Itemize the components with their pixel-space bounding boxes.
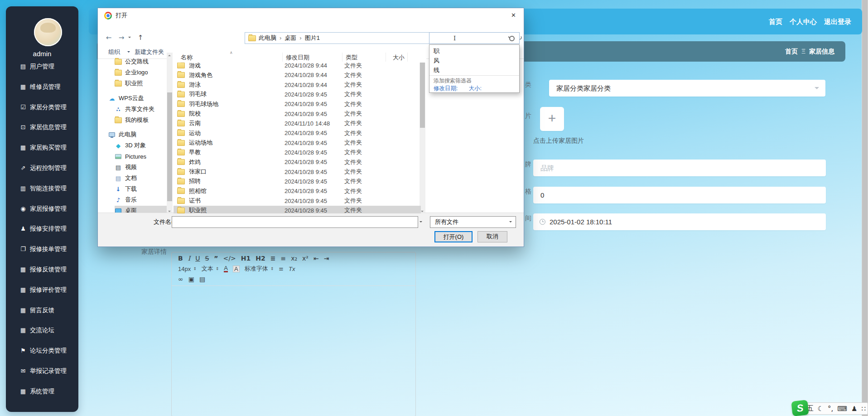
file-row-云南[interactable]: 云南2024/11/10 14:48文件夹 <box>174 119 421 128</box>
sidebar-item-11[interactable]: ▦报修反馈管理 <box>6 263 78 276</box>
sidebar-item-6[interactable]: ⇗远程控制管理 <box>6 161 78 175</box>
outdent-button[interactable]: ⇤ <box>313 255 319 262</box>
tree-item-3D 对象[interactable]: ◆3D 对象 <box>115 140 146 150</box>
detail-editor[interactable]: BIUS”</>H1H2≣≡x₂x²⇤⇥ 14px⇕ 文本⇕ A A 标准字体⇕… <box>171 252 416 416</box>
search-suggestion-2[interactable]: 风 <box>429 56 519 65</box>
filename-input[interactable] <box>172 216 418 228</box>
toolbox-icon[interactable]: ∷ <box>861 405 866 413</box>
indent-button[interactable]: ⇥ <box>324 255 329 262</box>
tree-scrollbar[interactable] <box>167 53 173 214</box>
tree-item-视频[interactable]: ▤视频 <box>115 162 137 172</box>
sidebar-item-10[interactable]: ❐报修接单管理 <box>6 242 78 256</box>
file-row-职业照[interactable]: 职业照2024/10/28 9:45文件夹 <box>174 206 421 213</box>
link-icon[interactable]: ∞ <box>178 276 183 283</box>
sidebar-item-12[interactable]: ▦报修评价管理 <box>6 283 78 297</box>
filename-dropdown-icon[interactable] <box>420 221 422 224</box>
cancel-button[interactable]: 取消 <box>477 231 507 242</box>
topnav-link-3[interactable]: 退出登录 <box>824 18 851 25</box>
sidebar-item-13[interactable]: ▦留言反馈 <box>6 304 78 317</box>
sidebar-item-16[interactable]: ✉举报记录管理 <box>6 364 78 378</box>
text-color-button[interactable]: A <box>224 265 228 272</box>
file-row-招聘[interactable]: 招聘2024/10/28 9:45文件夹 <box>174 177 421 186</box>
time-picker[interactable]: 2025-01-02 18:10:11 <box>533 213 826 230</box>
column-size[interactable]: 大小 <box>393 53 405 62</box>
column-date-modified[interactable]: 修改日期 <box>286 53 309 62</box>
sidebar-item-4[interactable]: ⊡家居信息管理 <box>6 121 78 134</box>
tree-item-音乐[interactable]: ♪音乐 <box>115 195 137 205</box>
tree-item-我的模板[interactable]: 我的模板 <box>115 115 149 125</box>
upload-image-button[interactable]: + <box>540 107 564 131</box>
sidebar-item-3[interactable]: ☑家居分类管理 <box>6 101 78 114</box>
blockquote-button[interactable]: ” <box>214 255 218 262</box>
video-icon[interactable]: ▤ <box>199 276 205 283</box>
sidebar-item-14[interactable]: ▦交流论坛 <box>6 324 78 337</box>
sogou-logo-icon[interactable]: S <box>791 400 809 416</box>
search-suggestion-1[interactable]: 职 <box>429 46 519 56</box>
tree-item-职业照[interactable]: 职业照 <box>115 78 143 88</box>
subscript-button[interactable]: x₂ <box>291 255 297 262</box>
topnav-link-2[interactable]: 个人中心 <box>790 18 817 25</box>
up-button[interactable]: ↑ <box>135 30 146 45</box>
file-row-游戏角色[interactable]: 游戏角色2024/10/28 9:44文件夹 <box>174 70 421 80</box>
breadcrumb-home[interactable]: 首页 <box>785 48 798 55</box>
file-row-游泳[interactable]: 游泳2024/10/28 9:44文件夹 <box>174 80 421 90</box>
file-row-运动[interactable]: 运动2024/10/28 9:45文件夹 <box>174 128 421 138</box>
file-row-照相馆[interactable]: 照相馆2024/10/28 9:45文件夹 <box>174 186 421 196</box>
close-button[interactable]: ✕ <box>503 8 524 23</box>
search-box[interactable]: I <box>429 32 520 44</box>
sidebar-item-2[interactable]: ▦维修员管理 <box>6 80 78 94</box>
strike-button[interactable]: S <box>205 255 209 262</box>
filetype-select[interactable]: 所有文件 <box>430 216 516 228</box>
file-row-证书[interactable]: 证书2024/10/28 9:45文件夹 <box>174 196 421 206</box>
format-select[interactable]: 文本⇕ <box>202 265 219 273</box>
file-row-院校[interactable]: 院校2024/10/28 9:45文件夹 <box>174 109 421 119</box>
sidebar-item-5[interactable]: ▦家居购买管理 <box>6 141 78 155</box>
tree-item-下载[interactable]: ↓下载 <box>115 184 137 194</box>
superscript-button[interactable]: x² <box>302 255 309 262</box>
sidebar-item-1[interactable]: ▤用户管理 <box>6 60 78 73</box>
open-button[interactable]: 打开(O) <box>434 231 473 242</box>
file-row-羽毛球[interactable]: 羽毛球2024/10/28 9:45文件夹 <box>174 90 421 99</box>
path-segment-1[interactable]: 此电脑 <box>259 34 276 41</box>
sidebar-item-9[interactable]: ♟报修安排管理 <box>6 222 78 236</box>
user-icon[interactable]: ♟ <box>851 405 857 413</box>
font-size-select[interactable]: 14px⇕ <box>178 266 197 272</box>
punctuation-mode[interactable]: °, <box>828 405 833 413</box>
keyboard-icon[interactable]: ⌨ <box>837 405 847 413</box>
price-input[interactable] <box>533 187 826 203</box>
file-row-早教[interactable]: 早教2024/10/28 9:45文件夹 <box>174 148 421 157</box>
back-button[interactable]: ← <box>103 30 114 45</box>
tree-item-公交路线[interactable]: 公交路线 <box>115 57 149 67</box>
tree-item-共享文件夹[interactable]: ∴共享文件夹 <box>115 104 154 114</box>
sidebar-item-17[interactable]: ▦系统管理 <box>6 385 78 398</box>
tree-item-文档[interactable]: ▤文档 <box>115 173 137 183</box>
bullet-list-button[interactable]: ≡ <box>280 255 286 262</box>
brand-input[interactable] <box>533 160 826 176</box>
tree-item-WPS云盘[interactable]: ☁WPS云盘 <box>108 93 144 103</box>
forward-button[interactable]: → <box>116 30 127 45</box>
sidebar-item-15[interactable]: ⚑论坛分类管理 <box>6 344 78 358</box>
search-suggestion-3[interactable]: 线 <box>429 65 519 75</box>
tree-item-Pictures[interactable]: Pictures <box>115 151 146 161</box>
heading-1-button[interactable]: H1 <box>241 255 251 262</box>
search-filter-1[interactable]: 修改日期: <box>434 85 458 92</box>
topnav-link-1[interactable]: 首页 <box>769 18 782 25</box>
bold-button[interactable]: B <box>178 255 183 262</box>
category-select[interactable]: 家居分类家居分类 <box>549 80 825 97</box>
page-scrollbar[interactable] <box>862 0 868 416</box>
sidebar-item-7[interactable]: ▥智能连接管理 <box>6 182 78 195</box>
column-type[interactable]: 类型 <box>346 53 357 62</box>
italic-button[interactable]: I <box>188 255 191 262</box>
file-row-张家口[interactable]: 张家口2024/10/28 9:45文件夹 <box>174 167 421 177</box>
image-icon[interactable]: ▣ <box>188 276 194 283</box>
column-name[interactable]: 名称 <box>181 53 193 62</box>
moon-icon[interactable]: ☾ <box>818 405 824 413</box>
page-scrollbar-thumb[interactable] <box>862 0 868 416</box>
underline-button[interactable]: U <box>195 255 200 262</box>
search-filter-2[interactable]: 大小: <box>468 85 481 92</box>
highlight-color-button[interactable]: A <box>233 266 240 272</box>
tree-item-企业logo[interactable]: 企业logo <box>115 68 148 77</box>
recent-locations-dropdown-icon[interactable] <box>128 37 131 39</box>
code-button[interactable]: </> <box>223 255 236 262</box>
path-segment-3[interactable]: 图片1 <box>305 34 320 41</box>
